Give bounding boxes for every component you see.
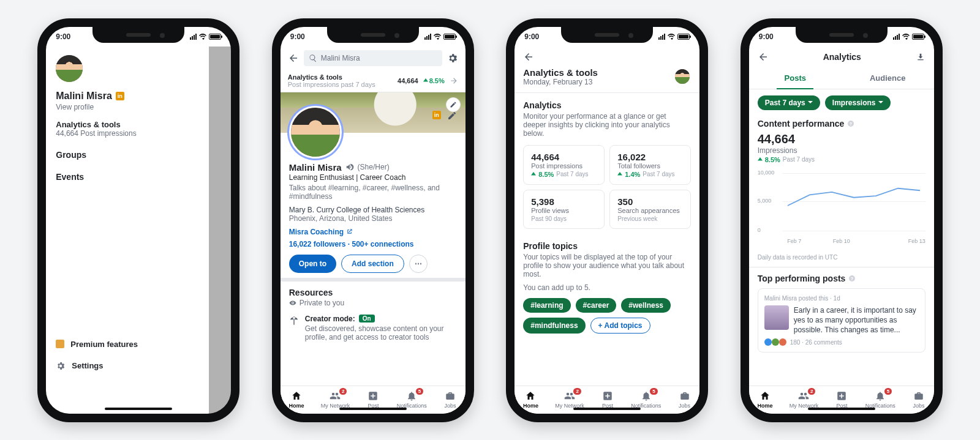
- nav-jobs[interactable]: Jobs: [443, 390, 457, 409]
- headline: Learning Enthusiast | Career Coach: [289, 173, 457, 182]
- linkedin-badge-icon: in: [116, 92, 124, 100]
- view-profile-link[interactable]: View profile: [56, 103, 221, 111]
- nav-jobs[interactable]: Jobs: [678, 390, 692, 409]
- settings-link[interactable]: Settings: [56, 355, 221, 377]
- topics-limit: You can add up to 5.: [523, 283, 691, 292]
- nav-jobs[interactable]: Jobs: [912, 390, 925, 409]
- post-text: Early in a career, it is important to sa…: [794, 305, 919, 335]
- followers-connections[interactable]: 16,022 followers · 500+ connections: [289, 240, 457, 248]
- svg-text:?: ?: [851, 276, 853, 280]
- stat-post-impressions[interactable]: 44,664 Post impressions 8.5% Past 7 days: [523, 145, 605, 185]
- topic-wellness[interactable]: #wellness: [621, 298, 671, 313]
- status-icons: [424, 34, 456, 40]
- topic-mindfulness[interactable]: #mindfulness: [523, 318, 585, 334]
- creator-mode-item[interactable]: Creator mode: On Get discovered, showcas…: [289, 315, 457, 341]
- page-date: Monday, February 13: [523, 78, 598, 86]
- education: Mary B. Curry College of Health Sciences: [289, 206, 457, 214]
- nav-network[interactable]: 2My Network: [790, 390, 819, 409]
- nav-post[interactable]: Post: [601, 390, 614, 409]
- status-icons: [190, 34, 221, 40]
- topic-career[interactable]: #career: [576, 298, 617, 313]
- search-icon: [309, 54, 317, 62]
- speaker-icon[interactable]: [345, 163, 354, 171]
- nav-network[interactable]: 2 My Network: [321, 390, 350, 409]
- add-topics-button[interactable]: + Add topics: [590, 318, 650, 334]
- nav-notifications[interactable]: 5Notifications: [631, 390, 661, 409]
- profile-name: Malini Misra: [56, 91, 112, 102]
- tab-audience[interactable]: Audience: [842, 67, 934, 89]
- analytics-tools-link[interactable]: Analytics & tools: [56, 120, 221, 129]
- people-icon: 2: [563, 390, 576, 401]
- premium-square-icon: [56, 340, 64, 348]
- overlay-scrim[interactable]: [209, 47, 231, 414]
- post-stats: 180 · 26 comments: [790, 339, 842, 346]
- status-icons: [658, 34, 690, 40]
- more-button[interactable]: ⋯: [409, 255, 428, 273]
- creator-label: Creator mode:: [305, 315, 355, 323]
- gear-icon: [56, 361, 66, 371]
- nav-home[interactable]: Home: [288, 390, 304, 409]
- top-post-card[interactable]: Malini Misra posted this · 1d Early in a…: [758, 288, 925, 353]
- up-caret-icon: [423, 78, 428, 83]
- premium-features-link[interactable]: Premium features: [56, 334, 221, 355]
- topic-learning[interactable]: #learning: [523, 298, 570, 313]
- private-note: Private to you: [300, 299, 344, 307]
- status-time: 9:00: [56, 32, 70, 41]
- nav-post[interactable]: Post: [366, 390, 380, 409]
- cp-period: Past 7 days: [783, 156, 815, 163]
- sidebar-item-groups[interactable]: Groups: [56, 150, 221, 160]
- nav-network[interactable]: 2My Network: [555, 390, 584, 409]
- nav-home[interactable]: Home: [523, 390, 538, 409]
- stat-search-appearances[interactable]: 350 Search appearances Previous week: [609, 190, 691, 229]
- plus-square-icon: [835, 390, 848, 401]
- nav-notifications[interactable]: 5 Notifications: [397, 390, 427, 409]
- resources-heading: Resources: [289, 288, 457, 297]
- download-icon[interactable]: [916, 52, 925, 62]
- gear-icon[interactable]: [447, 53, 458, 64]
- analytics-tools-bar[interactable]: Analytics & tools Post impressions past …: [281, 70, 466, 92]
- plus-square-icon: [601, 390, 614, 401]
- analytics-value: 44,664 Post impressions: [56, 129, 221, 138]
- back-arrow-icon[interactable]: [758, 51, 769, 62]
- arrow-right-icon: [450, 76, 458, 85]
- search-input[interactable]: Malini Misra: [304, 50, 442, 66]
- nav-home[interactable]: Home: [757, 390, 772, 409]
- eye-icon: [289, 299, 296, 307]
- open-to-button[interactable]: Open to: [289, 255, 336, 273]
- sidebar-item-events[interactable]: Events: [56, 172, 221, 182]
- page-title: Analytics: [823, 52, 861, 62]
- briefcase-icon: [443, 390, 457, 401]
- content-performance-heading: Content performance: [758, 119, 845, 129]
- celebrate-icon: [772, 338, 779, 346]
- linkedin-badge-icon: in: [432, 111, 441, 119]
- website-link[interactable]: Misra Coaching: [289, 228, 457, 236]
- add-section-button[interactable]: Add section: [341, 255, 404, 273]
- avatar[interactable]: [674, 68, 691, 85]
- pronouns: (She/Her): [358, 163, 390, 171]
- bell-icon: 5: [873, 390, 887, 401]
- love-icon: [779, 338, 786, 346]
- svg-text:?: ?: [850, 121, 852, 125]
- topics-heading: Profile topics: [523, 241, 691, 251]
- avatar[interactable]: [289, 106, 342, 158]
- pencil-icon: [447, 111, 457, 121]
- nav-post[interactable]: Post: [835, 390, 848, 409]
- tab-posts[interactable]: Posts: [749, 67, 842, 89]
- up-caret-icon: [617, 172, 622, 177]
- back-arrow-icon[interactable]: [523, 51, 534, 62]
- stat-profile-views[interactable]: 5,398 Profile views Past 90 days: [523, 190, 605, 229]
- status-time: 9:00: [290, 32, 305, 41]
- range-filter[interactable]: Past 7 days: [758, 95, 820, 110]
- plus-square-icon: [366, 390, 380, 401]
- metric-filter[interactable]: Impressions: [825, 95, 891, 110]
- stat-total-followers[interactable]: 16,022 Total followers 1.4% Past 7 days: [609, 145, 691, 185]
- nav-notifications[interactable]: 5Notifications: [865, 390, 895, 409]
- help-icon[interactable]: ?: [848, 275, 856, 282]
- topics-sub: Your topics will be displayed at the top…: [523, 253, 691, 278]
- avatar[interactable]: [56, 55, 83, 82]
- back-arrow-icon[interactable]: [288, 53, 299, 64]
- up-caret-icon: [758, 157, 763, 162]
- analytics-sub: Monitor your performance at a glance or …: [523, 112, 691, 138]
- help-icon[interactable]: ?: [847, 120, 854, 127]
- edit-profile-button[interactable]: [447, 111, 457, 121]
